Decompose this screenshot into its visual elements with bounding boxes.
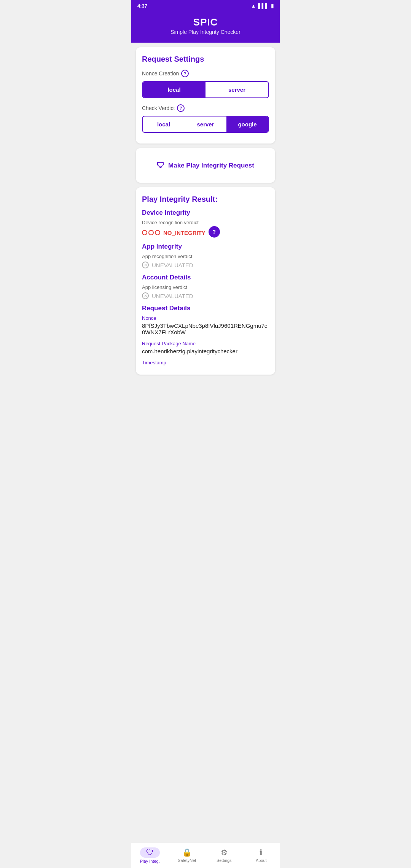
device-integrity-section: Device Integrity Device recognition verd… <box>142 209 269 238</box>
app-integrity-title: App Integrity <box>142 243 269 251</box>
battery-icon: ▮ <box>271 3 274 9</box>
app-unevaluated-icon: ✕ <box>142 262 149 268</box>
verdict-server-btn[interactable]: server <box>185 116 226 132</box>
package-name-label: Request Package Name <box>142 341 269 346</box>
main-content: Request Settings Nonce Creation ? local … <box>131 43 280 410</box>
verdict-local-btn[interactable]: local <box>143 116 185 132</box>
circle-3 <box>155 230 160 235</box>
verdict-toggle-group: local server google <box>142 116 269 133</box>
app-subtitle: Simple Play Integrity Checker <box>137 29 274 35</box>
package-name-value: com.henrikherzig.playintegritychecker <box>142 348 269 354</box>
device-integrity-help-btn[interactable]: ? <box>209 226 220 238</box>
nonce-detail-value: 8PfSJy3TbwCXLpNbe3p8IVluJ9601RENGgmu7c0W… <box>142 322 269 335</box>
signal-icon: ▌▌▌ <box>258 3 269 9</box>
make-request-label: Make Play Integrity Request <box>168 162 254 169</box>
request-settings-title: Request Settings <box>142 55 269 64</box>
timestamp-label: Timestamp <box>142 360 269 365</box>
nonce-toggle-group: local server <box>142 81 269 98</box>
status-bar: 4:37 ▲ ▌▌▌ ▮ <box>131 0 280 12</box>
status-icons: ▲ ▌▌▌ ▮ <box>251 3 274 9</box>
account-verdict-label: App licensing verdict <box>142 284 269 290</box>
app-title: SPIC <box>137 16 274 28</box>
nonce-help-icon[interactable]: ? <box>181 70 189 77</box>
make-request-button[interactable]: 🛡 Make Play Integrity Request <box>142 154 269 177</box>
account-details-title: Account Details <box>142 274 269 281</box>
request-details-section: Request Details Nonce 8PfSJy3TbwCXLpNbe3… <box>142 305 269 365</box>
nonce-creation-label: Nonce Creation ? <box>142 70 269 77</box>
device-integrity-title: Device Integrity <box>142 209 269 217</box>
device-verdict-label: Device recognition verdict <box>142 220 269 225</box>
app-integrity-section: App Integrity App recognition verdict ✕ … <box>142 243 269 268</box>
no-integrity-circles <box>142 230 160 235</box>
app-verdict-label: App recognition verdict <box>142 254 269 259</box>
circle-2 <box>148 230 154 235</box>
account-details-section: Account Details App licensing verdict ✕ … <box>142 274 269 299</box>
integrity-result-card: Play Integrity Result: Device Integrity … <box>136 187 275 375</box>
request-settings-card: Request Settings Nonce Creation ? local … <box>136 47 275 144</box>
nonce-local-btn[interactable]: local <box>143 82 206 97</box>
account-unevaluated-icon: ✕ <box>142 292 149 299</box>
wifi-icon: ▲ <box>251 3 256 9</box>
result-title: Play Integrity Result: <box>142 195 269 204</box>
nonce-server-btn[interactable]: server <box>206 82 268 97</box>
make-request-card: 🛡 Make Play Integrity Request <box>136 148 275 183</box>
nonce-detail-label: Nonce <box>142 315 269 321</box>
circle-1 <box>142 230 147 235</box>
shield-icon: 🛡 <box>157 161 164 170</box>
app-header: SPIC Simple Play Integrity Checker <box>131 12 280 43</box>
verdict-google-btn[interactable]: google <box>226 116 268 132</box>
check-verdict-label: Check Verdict ? <box>142 104 269 112</box>
app-verdict-value: ✕ UNEVALUATED <box>142 262 269 268</box>
status-time: 4:37 <box>137 3 147 9</box>
account-verdict-value: ✕ UNEVALUATED <box>142 292 269 299</box>
request-details-title: Request Details <box>142 305 269 312</box>
device-verdict-value: NO_INTEGRITY ? <box>142 228 269 238</box>
verdict-help-icon[interactable]: ? <box>177 104 185 112</box>
